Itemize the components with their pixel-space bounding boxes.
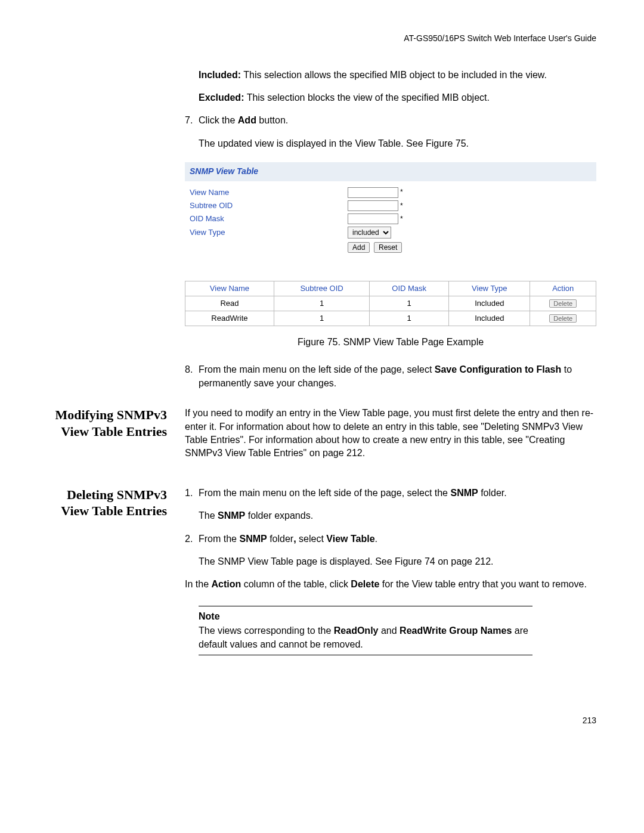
cell: 1 (274, 311, 369, 326)
view-name-input[interactable] (348, 187, 398, 198)
add-word: Add (238, 115, 256, 125)
cell: Included (449, 311, 530, 326)
cell: Read (185, 296, 274, 311)
text: folder. (478, 488, 507, 498)
text: folder expands. (245, 510, 313, 521)
step-num: 7. (185, 114, 199, 150)
view-table: View Name Subtree OID OID Mask View Type… (185, 281, 596, 327)
label-view-name: View Name (190, 187, 348, 198)
doc-header: AT-GS950/16PS Switch Web Interface User'… (48, 33, 596, 45)
reset-button[interactable]: Reset (374, 242, 402, 253)
action-bold: Action (211, 579, 241, 589)
readonly-bold: ReadOnly (334, 625, 379, 636)
snmp-view-table-figure: SNMP View Table View Name * Subtree OID … (185, 162, 596, 326)
snmp-bold: SNMP (450, 488, 478, 498)
label-subtree-oid: Subtree OID (190, 200, 348, 211)
text: select (296, 534, 327, 544)
text: From the main menu on the left side of t… (199, 488, 450, 498)
page-number: 213 (48, 715, 596, 727)
text: Click the (199, 115, 238, 125)
included-label: Included: (199, 70, 241, 80)
snmp-title: SNMP View Table (185, 162, 596, 181)
subtree-oid-input[interactable] (348, 200, 398, 211)
figure-caption: Figure 75. SNMP View Table Page Example (185, 336, 596, 349)
view-type-select[interactable]: included (348, 227, 391, 239)
text: The updated view is displayed in the Vie… (199, 137, 596, 150)
col-oid-mask: OID Mask (370, 281, 449, 296)
modifying-body: If you need to modify an entry in the Vi… (185, 407, 596, 460)
text: From the main menu on the left side of t… (199, 364, 435, 374)
included-desc: Included: This selection allows the spec… (199, 69, 596, 82)
excluded-desc: Excluded: This selection blocks the view… (199, 91, 596, 104)
text: The SNMP View Table page is displayed. S… (199, 555, 596, 568)
step-7: 7. Click the Add button. The updated vie… (185, 114, 596, 150)
text: . (375, 534, 377, 544)
cell: Included (449, 296, 530, 311)
note-box: Note The views corresponding to the Read… (199, 606, 532, 655)
delete-button[interactable]: Delete (549, 299, 577, 308)
delete-bold: Delete (351, 579, 379, 589)
delete-button[interactable]: Delete (549, 314, 577, 323)
table-row: Read 1 1 Included Delete (185, 296, 596, 311)
label-oid-mask: OID Mask (190, 213, 348, 224)
deleting-section: Deleting SNMPv3 View Table Entries 1. Fr… (48, 487, 596, 655)
deleting-heading: Deleting SNMPv3 View Table Entries (48, 487, 185, 655)
snmp-bold: SNMP (239, 534, 267, 544)
cell: ReadWrite (185, 311, 274, 326)
col-subtree-oid: Subtree OID (274, 281, 369, 296)
text: The (199, 510, 218, 521)
step-num: 2. (185, 532, 199, 569)
note-title: Note (199, 610, 532, 623)
readwrite-bold: ReadWrite Group Names (400, 625, 512, 636)
table-row: ReadWrite 1 1 Included Delete (185, 311, 596, 326)
modifying-section: Modifying SNMPv3 View Table Entries If y… (48, 407, 596, 470)
step-8: 8. From the main menu on the left side o… (185, 363, 596, 390)
note-body: The views corresponding to the ReadOnly … (199, 624, 532, 651)
cell: 1 (370, 296, 449, 311)
step-num: 8. (185, 363, 199, 390)
modifying-heading: Modifying SNMPv3 View Table Entries (48, 407, 185, 470)
save-config-bold: Save Configuration to Flash (435, 364, 561, 374)
cell: 1 (370, 311, 449, 326)
step-num: 1. (185, 487, 199, 523)
add-button[interactable]: Add (348, 242, 370, 253)
col-view-name: View Name (185, 281, 274, 296)
excluded-label: Excluded: (199, 92, 244, 103)
del-step-1: 1. From the main menu on the left side o… (185, 487, 596, 523)
text: From the (199, 534, 239, 544)
view-table-bold: View Table (326, 534, 374, 544)
excluded-text: This selection blocks the view of the sp… (244, 92, 489, 103)
col-view-type: View Type (449, 281, 530, 296)
label-view-type: View Type (190, 227, 348, 238)
action-para: In the Action column of the table, click… (185, 578, 596, 591)
included-text: This selection allows the specified MIB … (241, 70, 547, 80)
cell: 1 (274, 296, 369, 311)
del-step-2: 2. From the SNMP folder, select View Tab… (185, 532, 596, 569)
text: button. (256, 115, 288, 125)
oid-mask-input[interactable] (348, 213, 398, 224)
col-action: Action (530, 281, 596, 296)
text: folder (267, 534, 293, 544)
snmp-bold: SNMP (218, 510, 245, 521)
